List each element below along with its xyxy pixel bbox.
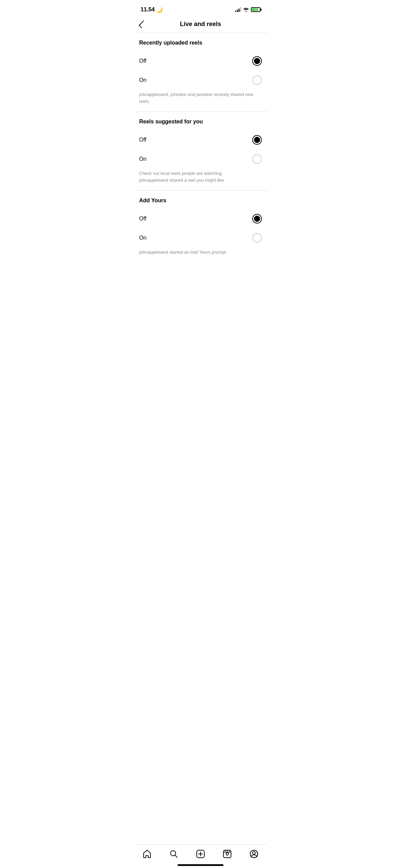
radio-off-3[interactable] <box>252 214 262 224</box>
page-title: Live and reels <box>180 21 221 28</box>
section-description-1: johnappleseed, johndoe and janedoe recen… <box>139 90 262 111</box>
status-icons: ⚡ <box>235 7 260 12</box>
option-row-off-3[interactable]: Off <box>139 209 262 228</box>
radio-on-2[interactable] <box>252 154 262 164</box>
option-label-off-2: Off <box>139 137 146 143</box>
section-description-3: johnappleseed started an Add Yours promp… <box>139 248 262 263</box>
section-add-yours: Add Yours Off On johnappleseed started a… <box>134 191 267 263</box>
radio-inner-off-1 <box>254 58 260 64</box>
option-row-on-1[interactable]: On <box>139 71 262 90</box>
section-title-add-yours: Add Yours <box>139 197 262 204</box>
option-label-on-3: On <box>139 235 146 241</box>
option-row-off-2[interactable]: Off <box>139 130 262 149</box>
option-row-off-1[interactable]: Off <box>139 51 262 71</box>
status-bar: 11.54 🌙 ⚡ <box>134 0 267 17</box>
option-label-off-3: Off <box>139 216 146 222</box>
section-description-2-line1: Check out local reels people are watchin… <box>139 171 223 176</box>
option-row-on-3[interactable]: On <box>139 228 262 248</box>
option-label-off-1: Off <box>139 58 146 64</box>
option-label-on-2: On <box>139 156 146 162</box>
back-button[interactable] <box>139 20 146 29</box>
section-description-2: Check out local reels people are watchin… <box>139 169 262 190</box>
wifi-icon <box>243 7 249 12</box>
radio-on-3[interactable] <box>252 233 262 243</box>
navigation-header: Live and reels <box>134 17 267 33</box>
battery-icon: ⚡ <box>251 7 260 12</box>
radio-inner-off-3 <box>254 216 260 222</box>
section-recently-uploaded-reels: Recently uploaded reels Off On johnapple… <box>134 33 267 111</box>
section-reels-suggested: Reels suggested for you Off On Check out… <box>134 112 267 190</box>
content-area: Recently uploaded reels Off On johnapple… <box>134 33 267 263</box>
option-label-on-1: On <box>139 77 146 83</box>
radio-off-1[interactable] <box>252 56 262 66</box>
back-chevron-icon <box>139 20 147 28</box>
status-time: 11.54 <box>141 6 155 13</box>
section-description-2-line2: johnappleseed shared a reel you might li… <box>139 178 225 183</box>
option-row-on-2[interactable]: On <box>139 149 262 169</box>
section-title-reels-suggested: Reels suggested for you <box>139 119 262 125</box>
radio-on-1[interactable] <box>252 75 262 85</box>
section-title-recently-uploaded: Recently uploaded reels <box>139 40 262 46</box>
radio-inner-off-2 <box>254 137 260 143</box>
radio-off-2[interactable] <box>252 135 262 145</box>
moon-icon: 🌙 <box>156 7 163 13</box>
signal-icon <box>235 7 241 12</box>
